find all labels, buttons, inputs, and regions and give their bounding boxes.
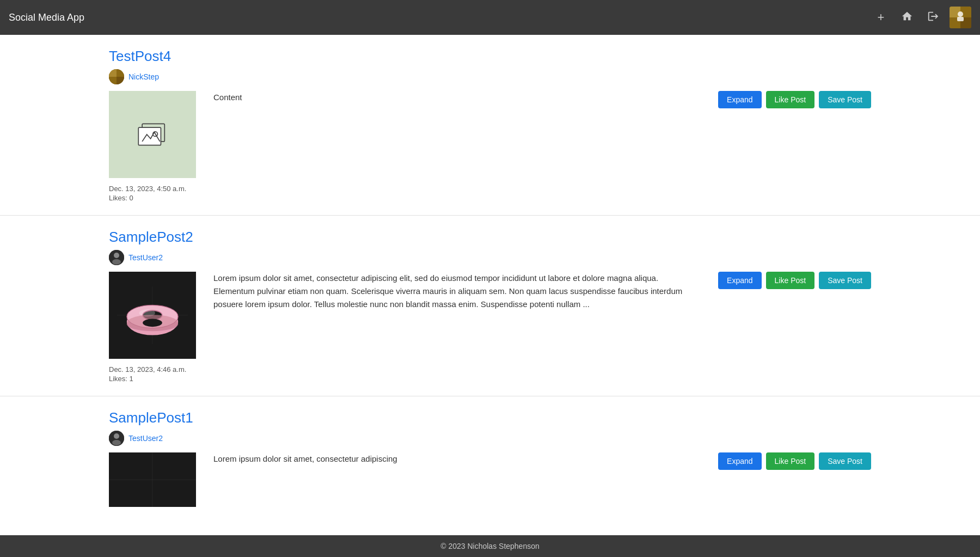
partial-image-icon xyxy=(109,452,196,507)
post-date: Dec. 13, 2023, 4:46 a.m. xyxy=(109,365,871,374)
post-card: SamplePost2 TestUser2 xyxy=(0,216,980,396)
save-button[interactable]: Save Post xyxy=(819,452,871,470)
svg-point-3 xyxy=(958,11,963,17)
svg-rect-7 xyxy=(117,77,124,84)
svg-point-12 xyxy=(114,253,119,258)
author-name[interactable]: NickStep xyxy=(128,72,159,81)
post-content: Content xyxy=(213,91,701,104)
post-meta: Dec. 13, 2023, 4:46 a.m. Likes: 1 xyxy=(109,365,871,383)
app-title: Social Media App xyxy=(9,12,84,23)
post-title: SamplePost2 xyxy=(109,229,871,246)
like-button[interactable]: Like Post xyxy=(766,272,815,289)
avatar-image xyxy=(109,69,124,84)
author-avatar xyxy=(109,69,124,84)
like-button[interactable]: Like Post xyxy=(766,452,815,470)
app-footer: © 2023 Nicholas Stephenson xyxy=(0,535,980,557)
post-card: SamplePost1 TestUser2 xyxy=(0,396,980,520)
post-likes: Likes: 1 xyxy=(109,375,871,383)
home-button[interactable] xyxy=(897,8,917,27)
author-avatar xyxy=(109,431,124,446)
avatar-image xyxy=(950,7,971,28)
home-icon xyxy=(901,10,913,25)
image-placeholder xyxy=(109,91,196,178)
post-meta: Dec. 13, 2023, 4:50 a.m. Likes: 0 xyxy=(109,185,871,202)
post-title: TestPost4 xyxy=(109,48,871,65)
donut-icon xyxy=(117,285,188,345)
post-author-row: TestUser2 xyxy=(109,250,871,265)
svg-point-29 xyxy=(112,440,121,445)
expand-button[interactable]: Expand xyxy=(718,272,761,289)
header-icons: + xyxy=(871,7,971,28)
author-name[interactable]: TestUser2 xyxy=(128,434,163,443)
post-body: Lorem ipsum dolor sit amet, consectetur … xyxy=(109,272,871,359)
post-likes: Likes: 0 xyxy=(109,194,871,202)
svg-rect-4 xyxy=(957,17,964,21)
footer-copyright: © 2023 Nicholas Stephenson xyxy=(440,542,540,550)
svg-point-28 xyxy=(114,433,119,439)
post-title: SamplePost1 xyxy=(109,409,871,426)
avatar-image xyxy=(109,250,124,265)
svg-rect-6 xyxy=(109,69,117,77)
post-content: Lorem ipsum dolor sit amet, consectetur … xyxy=(213,452,701,466)
post-image xyxy=(109,452,196,507)
like-button[interactable]: Like Post xyxy=(766,91,815,108)
post-image xyxy=(109,91,196,178)
logout-icon xyxy=(927,10,939,25)
expand-button[interactable]: Expand xyxy=(718,91,761,108)
post-actions: Expand Like Post Save Post xyxy=(718,272,871,289)
author-avatar xyxy=(109,250,124,265)
post-date: Dec. 13, 2023, 4:50 a.m. xyxy=(109,185,871,193)
logout-button[interactable] xyxy=(923,8,943,27)
post-author-row: NickStep xyxy=(109,69,871,84)
post-author-row: TestUser2 xyxy=(109,431,871,446)
image-placeholder-icon xyxy=(133,118,171,151)
avatar-image xyxy=(109,431,124,446)
post-body: Lorem ipsum dolor sit amet, consectetur … xyxy=(109,452,871,507)
post-body: Content Expand Like Post Save Post xyxy=(109,91,871,178)
svg-point-13 xyxy=(112,259,121,265)
save-button[interactable]: Save Post xyxy=(819,272,871,289)
partial-image xyxy=(109,452,196,507)
donut-image xyxy=(109,272,196,359)
add-icon: + xyxy=(878,10,885,25)
user-avatar[interactable] xyxy=(950,7,971,28)
expand-button[interactable]: Expand xyxy=(718,452,761,470)
post-card: TestPost4 NickStep xyxy=(0,35,980,216)
add-button[interactable]: + xyxy=(871,8,891,27)
post-actions: Expand Like Post Save Post xyxy=(718,452,871,470)
post-actions: Expand Like Post Save Post xyxy=(718,91,871,108)
svg-point-26 xyxy=(143,319,162,327)
author-name[interactable]: TestUser2 xyxy=(128,253,163,262)
post-image xyxy=(109,272,196,359)
main-content: TestPost4 NickStep xyxy=(0,35,980,535)
post-content: Lorem ipsum dolor sit amet, consectetur … xyxy=(213,272,701,311)
svg-rect-9 xyxy=(138,127,161,145)
app-header: Social Media App + xyxy=(0,0,980,35)
save-button[interactable]: Save Post xyxy=(819,91,871,108)
